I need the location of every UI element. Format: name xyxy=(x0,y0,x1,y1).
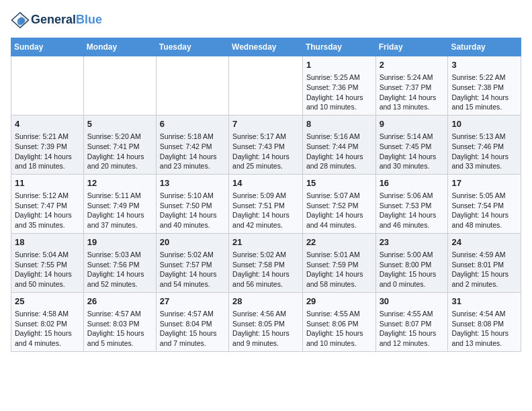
day-number: 1 xyxy=(306,59,372,71)
calendar-day-15: 15Sunrise: 5:07 AMSunset: 7:52 PMDayligh… xyxy=(302,174,375,233)
weekday-header-saturday: Saturday xyxy=(448,38,521,56)
day-info: Sunrise: 5:02 AMSunset: 7:57 PMDaylight:… xyxy=(160,250,225,289)
day-info: Sunrise: 5:06 AMSunset: 7:53 PMDaylight:… xyxy=(380,191,445,230)
weekday-row: SundayMondayTuesdayWednesdayThursdayFrid… xyxy=(11,38,521,56)
calendar-day-10: 10Sunrise: 5:13 AMSunset: 7:46 PMDayligh… xyxy=(448,115,521,174)
calendar-week-5: 25Sunrise: 4:58 AMSunset: 8:02 PMDayligh… xyxy=(11,292,521,351)
calendar-day-8: 8Sunrise: 5:16 AMSunset: 7:44 PMDaylight… xyxy=(302,115,375,174)
day-number: 4 xyxy=(15,118,80,130)
day-info: Sunrise: 5:21 AMSunset: 7:39 PMDaylight:… xyxy=(15,132,80,171)
day-number: 22 xyxy=(306,236,372,248)
calendar-day-20: 20Sunrise: 5:02 AMSunset: 7:57 PMDayligh… xyxy=(156,233,228,292)
calendar-week-1: 1Sunrise: 5:25 AMSunset: 7:36 PMDaylight… xyxy=(11,56,521,116)
day-info: Sunrise: 5:22 AMSunset: 7:38 PMDaylight:… xyxy=(451,73,517,112)
day-number: 15 xyxy=(306,177,372,189)
day-info: Sunrise: 5:20 AMSunset: 7:41 PMDaylight:… xyxy=(87,132,152,171)
day-number: 16 xyxy=(380,177,445,189)
day-number: 28 xyxy=(232,295,299,308)
calendar-day-25: 25Sunrise: 4:58 AMSunset: 8:02 PMDayligh… xyxy=(11,292,84,351)
day-number: 14 xyxy=(232,177,299,189)
calendar-day-4: 4Sunrise: 5:21 AMSunset: 7:39 PMDaylight… xyxy=(11,115,84,174)
day-number: 11 xyxy=(15,177,80,189)
day-info: Sunrise: 5:05 AMSunset: 7:54 PMDaylight:… xyxy=(451,191,517,230)
day-info: Sunrise: 5:25 AMSunset: 7:36 PMDaylight:… xyxy=(306,73,372,112)
calendar-day-9: 9Sunrise: 5:14 AMSunset: 7:45 PMDaylight… xyxy=(375,115,448,174)
day-info: Sunrise: 5:13 AMSunset: 7:46 PMDaylight:… xyxy=(451,132,517,171)
day-number: 26 xyxy=(87,295,152,308)
day-info: Sunrise: 4:57 AMSunset: 8:03 PMDaylight:… xyxy=(87,309,152,349)
day-info: Sunrise: 4:59 AMSunset: 8:01 PMDaylight:… xyxy=(451,250,517,289)
logo-icon xyxy=(11,11,30,30)
day-number: 13 xyxy=(160,177,225,189)
calendar-day-7: 7Sunrise: 5:17 AMSunset: 7:43 PMDaylight… xyxy=(229,115,303,174)
calendar-empty xyxy=(11,56,84,116)
calendar-week-3: 11Sunrise: 5:12 AMSunset: 7:47 PMDayligh… xyxy=(11,174,521,233)
calendar-table: SundayMondayTuesdayWednesdayThursdayFrid… xyxy=(11,38,521,352)
day-info: Sunrise: 4:58 AMSunset: 8:02 PMDaylight:… xyxy=(15,309,80,349)
day-number: 5 xyxy=(87,118,152,130)
calendar-day-21: 21Sunrise: 5:02 AMSunset: 7:58 PMDayligh… xyxy=(229,233,303,292)
calendar-day-29: 29Sunrise: 4:55 AMSunset: 8:06 PMDayligh… xyxy=(302,292,375,351)
day-number: 8 xyxy=(306,118,372,130)
calendar-day-23: 23Sunrise: 5:00 AMSunset: 8:00 PMDayligh… xyxy=(375,233,448,292)
day-number: 12 xyxy=(87,177,152,189)
calendar-day-11: 11Sunrise: 5:12 AMSunset: 7:47 PMDayligh… xyxy=(11,174,84,233)
day-info: Sunrise: 5:16 AMSunset: 7:44 PMDaylight:… xyxy=(306,132,372,171)
calendar-week-4: 18Sunrise: 5:04 AMSunset: 7:55 PMDayligh… xyxy=(11,233,521,292)
calendar-day-30: 30Sunrise: 4:55 AMSunset: 8:07 PMDayligh… xyxy=(375,292,448,351)
day-number: 10 xyxy=(451,118,517,130)
day-number: 27 xyxy=(160,295,225,308)
day-number: 24 xyxy=(451,236,517,248)
calendar-day-6: 6Sunrise: 5:18 AMSunset: 7:42 PMDaylight… xyxy=(156,115,228,174)
day-info: Sunrise: 5:00 AMSunset: 8:00 PMDaylight:… xyxy=(380,250,445,289)
day-number: 31 xyxy=(451,295,517,308)
weekday-header-wednesday: Wednesday xyxy=(229,38,303,56)
logo: GeneralBlue xyxy=(11,11,102,30)
weekday-header-thursday: Thursday xyxy=(302,38,375,56)
day-number: 29 xyxy=(306,295,372,308)
day-info: Sunrise: 5:11 AMSunset: 7:49 PMDaylight:… xyxy=(87,191,152,230)
day-number: 6 xyxy=(160,118,225,130)
day-info: Sunrise: 5:18 AMSunset: 7:42 PMDaylight:… xyxy=(160,132,225,171)
logo-text: GeneralBlue xyxy=(31,13,102,27)
calendar-empty xyxy=(156,56,228,116)
day-info: Sunrise: 4:57 AMSunset: 8:04 PMDaylight:… xyxy=(160,309,225,349)
day-info: Sunrise: 5:03 AMSunset: 7:56 PMDaylight:… xyxy=(87,250,152,289)
day-number: 7 xyxy=(232,118,299,130)
day-number: 20 xyxy=(160,236,225,248)
calendar-day-31: 31Sunrise: 4:54 AMSunset: 8:08 PMDayligh… xyxy=(448,292,521,351)
calendar-empty xyxy=(229,56,303,116)
calendar-week-2: 4Sunrise: 5:21 AMSunset: 7:39 PMDaylight… xyxy=(11,115,521,174)
day-info: Sunrise: 5:04 AMSunset: 7:55 PMDaylight:… xyxy=(15,250,80,289)
calendar-day-18: 18Sunrise: 5:04 AMSunset: 7:55 PMDayligh… xyxy=(11,233,84,292)
calendar-body: 1Sunrise: 5:25 AMSunset: 7:36 PMDaylight… xyxy=(11,56,521,352)
day-info: Sunrise: 5:09 AMSunset: 7:51 PMDaylight:… xyxy=(232,191,299,230)
calendar-empty xyxy=(83,56,156,116)
day-info: Sunrise: 5:24 AMSunset: 7:37 PMDaylight:… xyxy=(380,73,445,112)
calendar-day-28: 28Sunrise: 4:56 AMSunset: 8:05 PMDayligh… xyxy=(229,292,303,351)
day-info: Sunrise: 5:02 AMSunset: 7:58 PMDaylight:… xyxy=(232,250,299,289)
weekday-header-tuesday: Tuesday xyxy=(156,38,228,56)
weekday-header-monday: Monday xyxy=(83,38,156,56)
day-number: 2 xyxy=(380,59,445,71)
day-number: 23 xyxy=(380,236,445,248)
calendar-day-1: 1Sunrise: 5:25 AMSunset: 7:36 PMDaylight… xyxy=(302,56,375,116)
day-number: 25 xyxy=(15,295,80,308)
day-info: Sunrise: 4:54 AMSunset: 8:08 PMDaylight:… xyxy=(451,309,517,349)
day-info: Sunrise: 4:55 AMSunset: 8:06 PMDaylight:… xyxy=(306,309,372,349)
calendar-day-3: 3Sunrise: 5:22 AMSunset: 7:38 PMDaylight… xyxy=(448,56,521,116)
day-number: 18 xyxy=(15,236,80,248)
day-number: 9 xyxy=(380,118,445,130)
calendar-day-17: 17Sunrise: 5:05 AMSunset: 7:54 PMDayligh… xyxy=(448,174,521,233)
day-number: 3 xyxy=(451,59,517,71)
day-info: Sunrise: 5:01 AMSunset: 7:59 PMDaylight:… xyxy=(306,250,372,289)
day-info: Sunrise: 5:10 AMSunset: 7:50 PMDaylight:… xyxy=(160,191,225,230)
calendar-day-27: 27Sunrise: 4:57 AMSunset: 8:04 PMDayligh… xyxy=(156,292,228,351)
calendar-day-26: 26Sunrise: 4:57 AMSunset: 8:03 PMDayligh… xyxy=(83,292,156,351)
calendar-day-16: 16Sunrise: 5:06 AMSunset: 7:53 PMDayligh… xyxy=(375,174,448,233)
day-number: 30 xyxy=(380,295,445,308)
day-info: Sunrise: 5:07 AMSunset: 7:52 PMDaylight:… xyxy=(306,191,372,230)
calendar-day-14: 14Sunrise: 5:09 AMSunset: 7:51 PMDayligh… xyxy=(229,174,303,233)
weekday-header-friday: Friday xyxy=(375,38,448,56)
calendar-header: SundayMondayTuesdayWednesdayThursdayFrid… xyxy=(11,38,521,56)
